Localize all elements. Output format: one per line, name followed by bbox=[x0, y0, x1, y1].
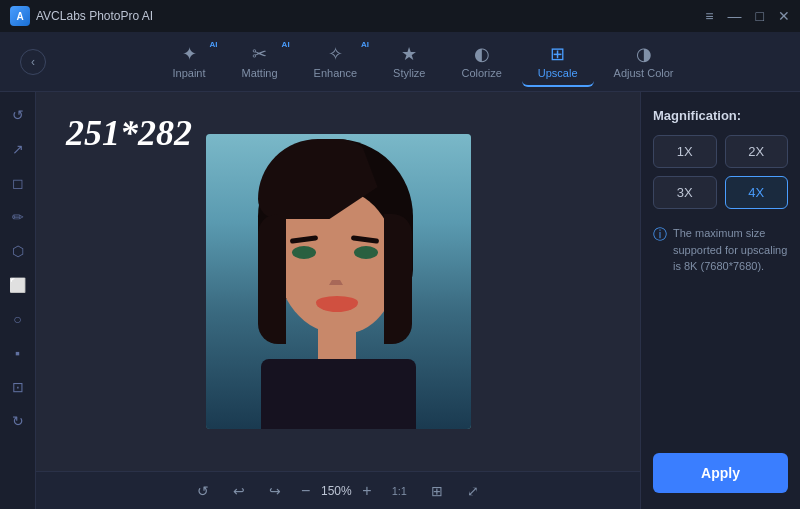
close-button[interactable]: ✕ bbox=[778, 9, 790, 23]
upscale-icon: ⊞ bbox=[550, 43, 565, 65]
zoom-level: 150% bbox=[318, 484, 354, 498]
reset-button[interactable]: ↺ bbox=[193, 479, 213, 503]
canvas-area: 251*282 bbox=[36, 92, 640, 509]
menu-button[interactable]: ≡ bbox=[705, 9, 713, 23]
section-label: Magnification: bbox=[653, 108, 788, 123]
photo-display bbox=[206, 134, 471, 429]
tab-adjust-color[interactable]: ◑ Adjust Color bbox=[598, 37, 690, 87]
info-text: The maximum size supported for upscaling… bbox=[673, 225, 788, 275]
zoom-controls: − 150% + bbox=[301, 482, 372, 500]
zoom-in-button[interactable]: + bbox=[362, 482, 371, 500]
app-title: AVCLabs PhotoPro AI bbox=[36, 9, 153, 23]
bottom-toolbar: ↺ ↩ ↪ − 150% + 1:1 ⊞ ⤢ bbox=[36, 471, 640, 509]
tool-draw[interactable]: ✏ bbox=[5, 204, 31, 230]
tool-crop[interactable]: ⊡ bbox=[5, 374, 31, 400]
inpaint-icon: ✦ bbox=[182, 43, 197, 65]
tool-select[interactable]: ◻ bbox=[5, 170, 31, 196]
apply-button[interactable]: Apply bbox=[653, 453, 788, 493]
portrait-background bbox=[206, 134, 471, 429]
tool-rect[interactable]: ⬜ bbox=[5, 272, 31, 298]
magnification-options: 1X 2X 3X 4X bbox=[653, 135, 788, 209]
minimize-button[interactable]: — bbox=[728, 9, 742, 23]
nav-tabs: ✦ Inpaint AI ✂ Matting AI ✧ Enhance AI ★… bbox=[66, 37, 780, 87]
undo-button[interactable]: ↩ bbox=[229, 479, 249, 503]
tab-matting[interactable]: ✂ Matting AI bbox=[226, 37, 294, 87]
colorize-icon: ◐ bbox=[474, 43, 490, 65]
right-panel: Magnification: 1X 2X 3X 4X ⓘ The maximum… bbox=[640, 92, 800, 509]
info-box: ⓘ The maximum size supported for upscali… bbox=[653, 225, 788, 275]
tab-enhance[interactable]: ✧ Enhance AI bbox=[298, 37, 373, 87]
main-content: ↺ ↗ ◻ ✏ ⬡ ⬜ ○ ▪ ⊡ ↻ 251*282 bbox=[0, 92, 800, 509]
tool-arrow[interactable]: ↗ bbox=[5, 136, 31, 162]
tool-ellipse[interactable]: ○ bbox=[5, 306, 31, 332]
image-size-label: 251*282 bbox=[66, 112, 192, 154]
ratio-button[interactable]: 1:1 bbox=[388, 483, 411, 499]
tab-colorize[interactable]: ◐ Colorize bbox=[445, 37, 517, 87]
magnification-2x[interactable]: 2X bbox=[725, 135, 789, 168]
window-controls: ≡ — □ ✕ bbox=[705, 9, 790, 23]
ai-badge-matting: AI bbox=[282, 40, 290, 49]
enhance-icon: ✧ bbox=[328, 43, 343, 65]
canvas-content: 251*282 bbox=[36, 92, 640, 471]
redo-button[interactable]: ↪ bbox=[265, 479, 285, 503]
ai-badge-inpaint: AI bbox=[210, 40, 218, 49]
left-sidebar: ↺ ↗ ◻ ✏ ⬡ ⬜ ○ ▪ ⊡ ↻ bbox=[0, 92, 36, 509]
fullscreen-button[interactable]: ⤢ bbox=[463, 479, 483, 503]
tool-fill[interactable]: ▪ bbox=[5, 340, 31, 366]
tab-stylize[interactable]: ★ Stylize bbox=[377, 37, 441, 87]
zoom-out-button[interactable]: − bbox=[301, 482, 310, 500]
logo-icon: A bbox=[10, 6, 30, 26]
back-button[interactable]: ‹ bbox=[20, 49, 46, 75]
tool-rotate[interactable]: ↻ bbox=[5, 408, 31, 434]
tool-undo[interactable]: ↺ bbox=[5, 102, 31, 128]
stylize-icon: ★ bbox=[401, 43, 417, 65]
magnification-4x[interactable]: 4X bbox=[725, 176, 789, 209]
tab-inpaint[interactable]: ✦ Inpaint AI bbox=[157, 37, 222, 87]
matting-icon: ✂ bbox=[252, 43, 267, 65]
maximize-button[interactable]: □ bbox=[756, 9, 764, 23]
ai-badge-enhance: AI bbox=[361, 40, 369, 49]
app-logo: A AVCLabs PhotoPro AI bbox=[10, 6, 153, 26]
tab-upscale[interactable]: ⊞ Upscale bbox=[522, 37, 594, 87]
tool-shape[interactable]: ⬡ bbox=[5, 238, 31, 264]
adjust-icon: ◑ bbox=[636, 43, 652, 65]
info-icon: ⓘ bbox=[653, 226, 667, 275]
magnification-3x[interactable]: 3X bbox=[653, 176, 717, 209]
titlebar: A AVCLabs PhotoPro AI ≡ — □ ✕ bbox=[0, 0, 800, 32]
toolbar: ‹ ✦ Inpaint AI ✂ Matting AI ✧ Enhance AI… bbox=[0, 32, 800, 92]
grid-button[interactable]: ⊞ bbox=[427, 479, 447, 503]
magnification-1x[interactable]: 1X bbox=[653, 135, 717, 168]
